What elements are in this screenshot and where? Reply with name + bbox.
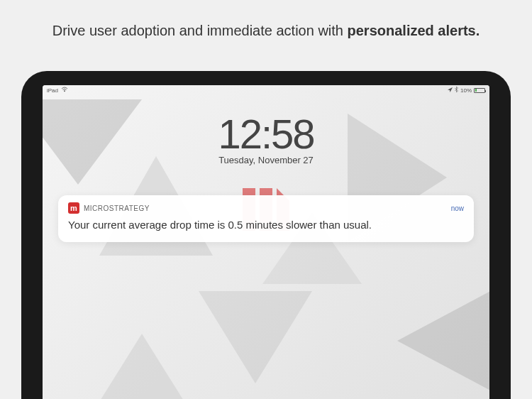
battery-fill	[475, 89, 477, 92]
battery-percent: 10%	[460, 87, 472, 94]
notification-message: Your current average drop time is 0.5 mi…	[68, 218, 464, 232]
headline-strong: personalized alerts.	[348, 23, 480, 38]
wallpaper-shape	[199, 291, 312, 383]
battery-icon	[474, 88, 485, 93]
notification-app-icon: m	[68, 202, 79, 214]
wallpaper-shape	[71, 334, 213, 399]
wifi-icon	[61, 87, 68, 94]
notification-header: m MICROSTRATEGY now	[68, 202, 464, 214]
bluetooth-icon	[455, 87, 458, 94]
status-left: iPad	[47, 87, 68, 94]
notification-timestamp: now	[451, 204, 464, 212]
lock-screen-clock: 12:58 Tuesday, November 27	[43, 110, 489, 165]
app-icon-letter: m	[70, 204, 77, 212]
svg-point-0	[64, 91, 65, 92]
headline-text: Drive user adoption and immediate action…	[52, 23, 348, 38]
status-right: 10%	[448, 87, 485, 94]
device-label: iPad	[47, 87, 58, 94]
wallpaper-shape	[397, 284, 489, 398]
clock-date: Tuesday, November 27	[43, 155, 489, 165]
notification-app-name: MICROSTRATEGY	[84, 204, 447, 212]
ipad-device-frame: iPad 10% 12:58 Tuesday, Nove	[21, 71, 511, 399]
location-icon	[448, 87, 453, 94]
notification-card[interactable]: m MICROSTRATEGY now Your current average…	[58, 195, 474, 242]
marketing-headline: Drive user adoption and immediate action…	[0, 23, 532, 39]
ipad-screen: iPad 10% 12:58 Tuesday, Nove	[43, 85, 489, 399]
status-bar: iPad 10%	[43, 85, 489, 95]
clock-time: 12:58	[43, 110, 489, 158]
